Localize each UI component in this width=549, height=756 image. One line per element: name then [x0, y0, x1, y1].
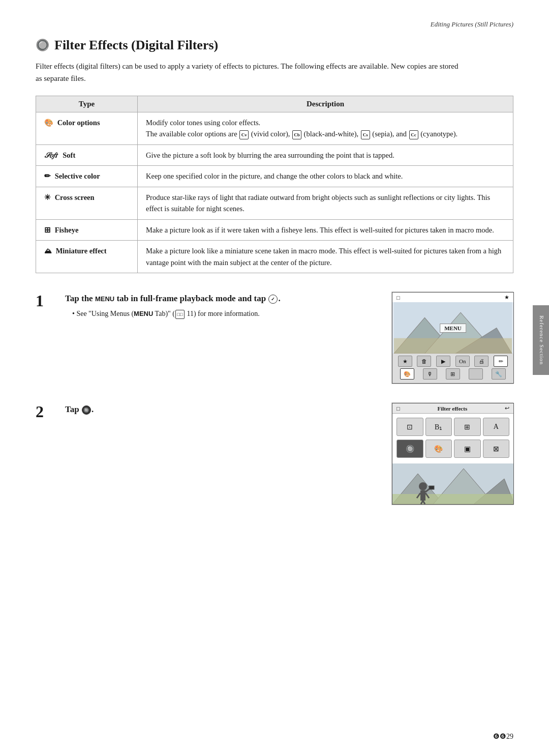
cyan-icon: Cc: [409, 130, 418, 139]
svg-rect-11: [420, 490, 425, 501]
filter-icon: 🔘: [36, 39, 49, 52]
vivid-icon: Cv: [239, 130, 249, 139]
cam-star-icon: ★: [504, 294, 509, 301]
desc-cell-cross-screen: Produce star-like rays of light that rad…: [138, 187, 513, 219]
type-label-soft: Soft: [63, 151, 75, 159]
section-title: 🔘 Filter Effects (Digital Filters): [36, 38, 513, 53]
cam-top-bar-1: □ ★: [392, 293, 513, 302]
type-label-cross-screen: Cross screen: [55, 193, 95, 201]
table-row: 🎨 Color options Modify color tones using…: [36, 112, 513, 145]
filter-btn-3: ⊞: [454, 418, 481, 436]
svg-rect-17: [429, 486, 434, 489]
cam-back-icon: ↩: [505, 405, 509, 412]
filter-btn-8: ⊠: [483, 440, 510, 458]
tb-btn-star: ★: [398, 356, 412, 367]
header-text: Editing Pictures (Still Pictures): [431, 20, 513, 28]
step2-main-text: Tap 🔘.: [65, 402, 376, 416]
step1-image: □ ★ MENU ★ 🗑 ▶ On: [391, 292, 513, 384]
scene-svg: [392, 463, 513, 504]
sepia-icon: Cs: [361, 130, 370, 139]
tb-btn-trash: 🗑: [417, 356, 431, 367]
filter-circle-icon: 🔘: [82, 405, 91, 415]
filter-icons-grid: ⊡ B₁ ⊞ A 🔘 🎨 ▣ ⊠: [392, 414, 513, 463]
table-row: 𝒮𝑜𝑓𝑡 Soft Give the picture a soft look b…: [36, 144, 513, 165]
type-label-selective-color: Selective color: [55, 172, 100, 180]
step2-content: Tap 🔘.: [65, 402, 376, 419]
effects-table: Type Description 🎨 Color options Modify …: [36, 96, 513, 273]
camera-display-1: □ ★ MENU ★ 🗑 ▶ On: [392, 292, 514, 384]
type-label-miniature: Miniature effect: [56, 247, 107, 255]
tb-btn-copy: ▶: [436, 356, 450, 367]
desc-cell-miniature: Make a picture look like a miniature sce…: [138, 241, 513, 273]
type-cell-selective-color: ✏ Selective color: [36, 166, 138, 187]
color-options-icon: 🎨: [44, 119, 53, 127]
fisheye-icon: ⊞: [44, 226, 51, 234]
page-header: Editing Pictures (Still Pictures): [36, 20, 513, 28]
menu-keyword-1: MENU: [95, 295, 114, 303]
menu-label: MENU: [440, 324, 466, 333]
tb-btn-wrench: 🔧: [492, 368, 506, 380]
toolbar-row-1: ★ 🗑 ▶ On 🖨 ✏: [395, 356, 510, 367]
step1-main-text: Tap the MENU tab in full-frame playback …: [65, 292, 376, 305]
filter-btn-5: 🔘: [396, 440, 423, 458]
filter-btn-6: 🎨: [425, 440, 452, 458]
type-cell-miniature: ⛰ Miniature effect: [36, 241, 138, 273]
filter-btn-1: ⊡: [396, 418, 423, 436]
cam-battery-icon: □: [396, 295, 400, 301]
type-cell-color-options: 🎨 Color options: [36, 112, 138, 145]
table-row: ⛰ Miniature effect Make a picture look l…: [36, 241, 513, 273]
type-label-fisheye: Fisheye: [55, 226, 79, 234]
step2-number: 2: [36, 403, 50, 420]
type-cell-soft: 𝒮𝑜𝑓𝑡 Soft: [36, 144, 138, 165]
cam-square-icon: □: [396, 405, 400, 412]
col-header-description: Description: [138, 96, 513, 112]
step1-content: Tap the MENU tab in full-frame playback …: [65, 292, 376, 320]
cam-toolbar-1: ★ 🗑 ▶ On 🖨 ✏ 🎨 🎙 ⊞ 🔧: [392, 354, 513, 383]
step1-number: 1: [36, 293, 50, 309]
tb-btn-mic: 🎙: [423, 368, 437, 380]
cam-title-bar: □ Filter effects ↩: [392, 403, 513, 414]
step1-block: 1 Tap the MENU tab in full-frame playbac…: [36, 292, 513, 384]
desc-cell-fisheye: Make a picture look as if it were taken …: [138, 219, 513, 240]
filter-btn-4: A: [483, 418, 510, 436]
type-cell-cross-screen: ✳ Cross screen: [36, 187, 138, 219]
checkmark-icon: ✓: [268, 295, 278, 304]
camera-display-2: □ Filter effects ↩ ⊡ B₁ ⊞ A 🔘 🎨 ▣ ⊠: [392, 403, 514, 505]
intro-paragraph: Filter effects (digital filters) can be …: [36, 60, 463, 84]
cross-screen-icon: ✳: [44, 193, 51, 201]
tb-btn-extra: [469, 368, 483, 380]
tb-btn-filter: 🎨: [400, 368, 414, 380]
section-title-text: Filter Effects (Digital Filters): [54, 38, 218, 53]
selective-color-icon: ✏: [44, 172, 51, 180]
toolbar-row-2: 🎨 🎙 ⊞ 🔧: [395, 368, 510, 380]
filter-btn-2: B₁: [425, 418, 452, 436]
book-ref-icon: □□: [175, 310, 185, 319]
miniature-icon: ⛰: [44, 247, 52, 255]
desc-cell-color-options: Modify color tones using color effects. …: [138, 112, 513, 145]
cam-bottom-scene: [392, 463, 513, 504]
table-row: ✳ Cross screen Produce star-like rays of…: [36, 187, 513, 219]
bw-icon: Cb: [292, 130, 301, 139]
step1-sub-item: See "Using Menus (MENU Tab)" (□□ 11) for…: [72, 308, 376, 319]
reference-section-tab: Reference Section: [533, 305, 549, 375]
tb-btn-on: On: [455, 356, 470, 367]
step1-substeps: See "Using Menus (MENU Tab)" (□□ 11) for…: [72, 308, 376, 319]
filter-btn-7: ▣: [454, 440, 481, 458]
desc-cell-soft: Give the picture a soft look by blurring…: [138, 144, 513, 165]
table-row: ⊞ Fisheye Make a picture look as if it w…: [36, 219, 513, 240]
col-header-type: Type: [36, 96, 138, 112]
svg-point-10: [419, 482, 427, 490]
svg-rect-4: [394, 338, 512, 354]
cam-scene-1: MENU: [392, 302, 513, 354]
step2-block: 2 Tap 🔘. □ Filter effects ↩ ⊡ B₁ ⊞ A 🔘 🎨…: [36, 402, 513, 505]
tb-btn-print: 🖨: [474, 356, 489, 367]
tb-btn-edit: ✏: [494, 356, 508, 367]
menu-keyword-2: MENU: [134, 310, 153, 317]
page-number-text: ❻❻29: [493, 732, 513, 741]
soft-icon: 𝒮𝑜𝑓𝑡: [44, 151, 57, 159]
filter-effects-label: Filter effects: [437, 405, 467, 412]
desc-cell-selective-color: Keep one specified color in the picture,…: [138, 166, 513, 187]
page-number: ❻❻29: [493, 732, 513, 741]
svg-rect-9: [392, 494, 513, 504]
tb-btn-grid: ⊞: [446, 368, 460, 380]
